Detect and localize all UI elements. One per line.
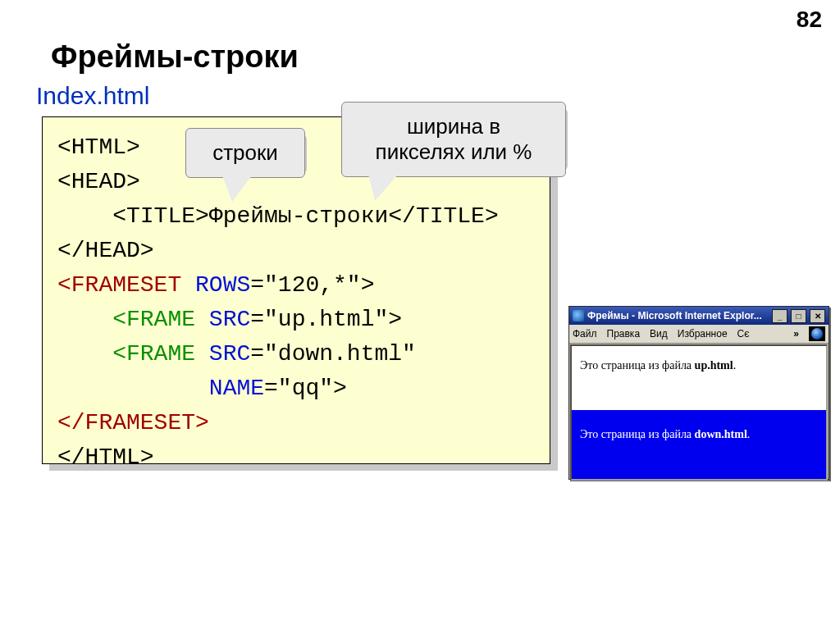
frame-down: Это страница из файла down.html. xyxy=(572,410,826,479)
browser-titlebar: Фреймы - Microsoft Internet Explor... _ … xyxy=(569,307,829,325)
code-text: ="down.html" xyxy=(250,341,416,367)
code-text: <TITLE> xyxy=(57,203,209,229)
frame-down-text2: . xyxy=(747,428,751,440)
browser-menubar: Файл Правка Вид Избранное Сє » xyxy=(569,325,829,344)
code-text: </HTML> xyxy=(57,444,154,470)
slide-title: Фреймы-строки xyxy=(51,39,299,75)
code-text: ROWS xyxy=(181,272,250,298)
close-button[interactable]: ✕ xyxy=(810,309,825,323)
ie-icon xyxy=(573,310,584,321)
menu-overflow-icon[interactable]: » xyxy=(793,328,799,340)
code-text: NAME xyxy=(57,376,264,401)
menu-file[interactable]: Файл xyxy=(573,328,597,340)
callout-text: ширина в пикселях или % xyxy=(376,114,532,164)
frame-down-bold: down.html xyxy=(695,428,747,440)
code-text: </HEAD> xyxy=(57,238,154,263)
code-text: <FRAME xyxy=(57,341,195,367)
menu-edit[interactable]: Правка xyxy=(607,328,641,340)
code-text: </TITLE> xyxy=(388,203,498,229)
callout-width: ширина в пикселях или % xyxy=(341,102,566,177)
code-text: <FRAME xyxy=(57,307,195,332)
code-text: <HTML> xyxy=(57,134,140,160)
page-number: 82 xyxy=(797,7,822,33)
code-text: <HEAD> xyxy=(57,169,140,194)
callout-text: строки xyxy=(212,140,278,165)
menu-more[interactable]: Сє xyxy=(737,328,750,340)
filename-label: Index.html xyxy=(36,82,149,110)
code-text: <FRAMESET xyxy=(57,272,181,298)
browser-viewport: Это страница из файла up.html. Это стран… xyxy=(570,344,828,481)
menu-favorites[interactable]: Избранное xyxy=(678,328,728,340)
window-title: Фреймы - Microsoft Internet Explor... xyxy=(587,310,762,321)
throbber-icon xyxy=(809,326,825,341)
code-text: Фреймы-строки xyxy=(209,203,388,229)
frame-down-text: Это страница из файла xyxy=(580,428,695,440)
code-text: ="up.html"> xyxy=(250,307,402,332)
code-text: SRC xyxy=(195,307,250,332)
frame-up-text2: . xyxy=(733,359,737,371)
code-text: </FRAMESET> xyxy=(57,410,209,435)
minimize-button[interactable]: _ xyxy=(772,309,788,323)
frame-up-bold: up.html xyxy=(695,359,733,371)
frame-up: Это страница из файла up.html. xyxy=(572,346,826,410)
code-text: SRC xyxy=(195,341,250,367)
maximize-button[interactable]: □ xyxy=(791,309,806,323)
code-text: ="120,*"> xyxy=(250,272,374,298)
browser-window: Фреймы - Microsoft Internet Explor... _ … xyxy=(568,306,829,480)
code-text: ="qq"> xyxy=(264,376,347,401)
frame-up-text: Это страница из файла xyxy=(580,359,695,371)
callout-rows: строки xyxy=(185,128,305,178)
menu-view[interactable]: Вид xyxy=(650,328,668,340)
